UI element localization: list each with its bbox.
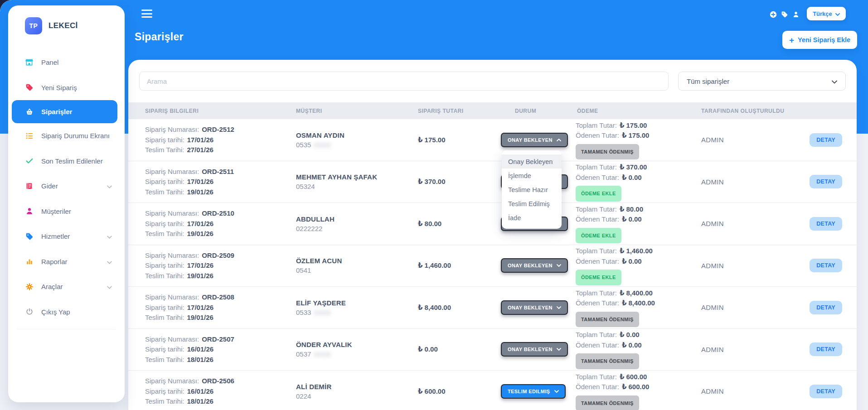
brand-name: LEKECİ: [48, 21, 78, 30]
order-date-value: 17/01/26: [187, 136, 213, 144]
status-dropdown-button[interactable]: ONAY BEKLEYEN: [501, 133, 568, 147]
order-amount: ₺ 8,400.00: [418, 304, 501, 312]
sidebar-item-label: Gider: [41, 182, 58, 190]
table-row: Sipariş Numarası:ORD-2510 Sipariş tarihi…: [128, 203, 857, 245]
created-by-cell: ADMIN DETAY: [701, 217, 857, 231]
paid-value: ₺ 175.00: [622, 131, 649, 139]
status-option[interactable]: İşlemde: [502, 169, 562, 183]
status-option[interactable]: İade: [502, 211, 562, 225]
created-by-value: ADMIN: [701, 136, 724, 144]
payment-cell: Toplam Tutar:₺ 175.00 Ödenen Tutar:₺ 175…: [576, 121, 701, 160]
order-date-label: Sipariş tarihi:: [145, 220, 184, 227]
sidebar-item-raporlar[interactable]: Raporlar: [8, 249, 125, 275]
detail-button[interactable]: DETAY: [810, 175, 842, 188]
status-option[interactable]: Teslime Hazır: [502, 183, 562, 197]
sidebar-item-panel[interactable]: Panel: [8, 50, 125, 75]
order-amount: ₺ 600.00: [418, 387, 501, 396]
chevron-down-icon: [107, 258, 112, 265]
order-date-label: Sipariş tarihi:: [145, 136, 184, 144]
status-dropdown-button[interactable]: TESLIM EDILMIŞ: [501, 384, 566, 399]
sidebar-item-musteriler[interactable]: Müşteriler: [8, 199, 125, 224]
order-date-value: 17/01/26: [187, 220, 213, 227]
order-date-label: Sipariş tarihi:: [145, 261, 184, 269]
sidebar-item-label: Yeni Sipariş: [41, 84, 77, 92]
column-header: DURUM: [501, 108, 576, 114]
brand: TP LEKECİ: [8, 5, 125, 34]
payment-status-badge[interactable]: TAMAMEN ÖDENMIŞ: [576, 144, 639, 160]
detail-button[interactable]: DETAY: [810, 301, 842, 314]
order-info-cell: Sipariş Numarası:ORD-2511 Sipariş tarihi…: [128, 167, 296, 198]
payment-cell: Toplam Tutar:₺ 370.00 Ödenen Tutar:₺ 0.0…: [576, 162, 701, 202]
tag-icon[interactable]: [781, 11, 788, 18]
search-input[interactable]: [139, 72, 669, 91]
payment-status-badge[interactable]: TAMAMEN ÖDENMIŞ: [576, 353, 639, 369]
detail-button[interactable]: DETAY: [810, 217, 842, 231]
customer-cell: ÖNDER AYVALIK 053700000: [296, 341, 418, 358]
chevron-icon: [557, 139, 561, 141]
customer-cell: ALİ DEMİR 022400000: [296, 383, 418, 400]
sidebar-item-siparisler[interactable]: Siparişler: [12, 100, 117, 123]
status-dropdown-button[interactable]: ONAY BEKLEYEN: [501, 342, 568, 357]
status-label: ONAY BEKLEYEN: [508, 137, 553, 143]
customer-name: ÖZLEM ACUN: [296, 257, 418, 265]
order-date-label: Sipariş tarihi:: [145, 387, 184, 395]
customer-phone: 022400000: [296, 392, 418, 400]
basket-icon: [25, 107, 34, 116]
add-order-button[interactable]: + Yeni Sipariş Ekle: [782, 31, 857, 49]
payment-status-badge[interactable]: TAMAMEN ÖDENMIŞ: [576, 396, 639, 410]
sidebar-item-cikis-yap[interactable]: Çıkış Yap: [8, 299, 125, 325]
detail-button[interactable]: DETAY: [810, 342, 842, 356]
app-root: Siparişler Türkçe + Yeni Sipariş Ekle TP…: [0, 0, 868, 410]
person-icon[interactable]: [792, 11, 800, 18]
payment-status-badge[interactable]: TAMAMEN ÖDENMIŞ: [576, 312, 639, 328]
payment-status-badge[interactable]: ÖDEME EKLE: [576, 228, 621, 244]
order-info-cell: Sipariş Numarası:ORD-2507 Sipariş tarihi…: [128, 334, 296, 365]
detail-button[interactable]: DETAY: [810, 259, 842, 272]
status-label: ONAY BEKLEYEN: [508, 305, 553, 310]
order-date-value: 16/01/26: [187, 345, 213, 353]
paid-value: ₺ 600.00: [622, 383, 649, 391]
sidebar-item-araclar[interactable]: Araçlar: [8, 274, 125, 299]
sidebar-item-son-teslim-edilenler[interactable]: Son Teslim Edilenler: [8, 149, 125, 174]
delivery-date-value: 18/01/26: [187, 356, 213, 363]
order-date-value: 16/01/26: [187, 387, 213, 395]
sidebar-item-siparis-durumu-ekrani[interactable]: Sipariş Durumu Ekranı: [8, 123, 125, 149]
detail-button[interactable]: DETAY: [810, 133, 842, 147]
delivery-date-label: Teslim Tarihi:: [145, 314, 184, 321]
detail-button[interactable]: DETAY: [810, 385, 842, 398]
total-value: ₺ 80.00: [620, 205, 643, 213]
order-no-label: Sipariş Numarası:: [145, 335, 199, 343]
status-dropdown-button[interactable]: ONAY BEKLEYEN: [501, 300, 568, 315]
language-selector[interactable]: Türkçe: [807, 7, 846, 20]
order-date-label: Sipariş tarihi:: [145, 304, 184, 311]
order-no-value: ORD-2511: [202, 168, 234, 175]
sidebar-item-label: Müşteriler: [41, 207, 71, 215]
status-option[interactable]: Onay Bekleyen: [502, 154, 562, 169]
delivery-date-label: Teslim Tarihi:: [145, 397, 184, 405]
sidebar-item-label: Son Teslim Edilenler: [41, 157, 103, 165]
paid-value: ₺ 0.00: [622, 215, 642, 223]
order-status-filter[interactable]: Tüm siparişler: [678, 72, 846, 91]
filter-selected-value: Tüm siparişler: [687, 77, 729, 85]
hamburger-menu-icon[interactable]: [141, 10, 152, 18]
delivery-date-value: 19/01/26: [187, 314, 213, 321]
created-by-cell: ADMIN DETAY: [701, 342, 857, 356]
tag-icon: [25, 83, 34, 92]
created-by-cell: ADMIN DETAY: [701, 259, 857, 272]
sidebar-item-yeni-siparis[interactable]: Yeni Sipariş: [8, 75, 125, 101]
sidebar-item-gider[interactable]: Gider: [8, 174, 125, 199]
sidebar: TP LEKECİ Panel Yeni Sipariş Siparişler …: [8, 5, 125, 402]
created-by-value: ADMIN: [701, 178, 724, 186]
status-label: TESLIM EDILMIŞ: [508, 389, 550, 394]
order-no-label: Sipariş Numarası:: [145, 209, 199, 217]
paid-value: ₺ 8,400.00: [622, 299, 655, 307]
payment-status-badge[interactable]: ÖDEME EKLE: [576, 186, 621, 202]
plus-circle-icon[interactable]: [770, 11, 777, 18]
status-option[interactable]: Teslim Edilmiş: [502, 197, 562, 211]
column-header: MÜŞTERI: [296, 108, 418, 114]
column-header: TARAFINDAN OLUŞTURULDU: [701, 108, 857, 114]
sidebar-item-hizmetler[interactable]: Hizmetler: [8, 224, 125, 249]
payment-status-badge[interactable]: ÖDEME EKLE: [576, 270, 621, 285]
status-dropdown-button[interactable]: ONAY BEKLEYEN: [501, 258, 568, 273]
table-row: Sipariş Numarası:ORD-2507 Sipariş tarihi…: [128, 328, 857, 371]
